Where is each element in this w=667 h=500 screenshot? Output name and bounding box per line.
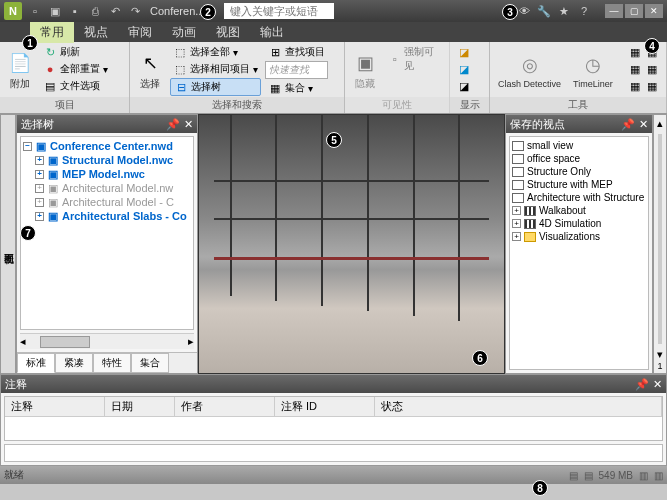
sets-button[interactable]: ▦集合▾ [265,80,328,96]
comment-input[interactable] [4,444,663,462]
close-icon[interactable]: ✕ [639,118,648,131]
undo-icon[interactable]: ↶ [108,4,122,18]
tab-standard[interactable]: 标准 [17,353,55,373]
col-comment[interactable]: 注释 [5,397,105,416]
open-icon[interactable]: ▣ [48,4,62,18]
select-button[interactable]: ↖ 选择 [134,44,166,97]
select-all-button[interactable]: ⬚选择全部▾ [170,44,261,60]
expander-icon[interactable]: − [23,142,32,151]
tab-compact[interactable]: 紧凑 [55,353,93,373]
col-author[interactable]: 作者 [175,397,275,416]
expander-icon[interactable]: + [512,232,521,241]
display-btn2[interactable]: ◪ [454,61,474,77]
col-date[interactable]: 日期 [105,397,175,416]
scroll-right-icon[interactable]: ▸ [188,335,194,348]
expander-icon[interactable]: + [512,219,521,228]
tab-output[interactable]: 输出 [250,22,294,43]
close-icon[interactable]: ✕ [653,378,662,391]
tab-view[interactable]: 视图 [206,22,250,43]
pin-icon[interactable]: 📌 [621,118,635,131]
selection-tree-header[interactable]: 选择树 📌 ✕ [17,115,197,133]
selection-tree-button[interactable]: ⊟选择树 [170,78,261,96]
viewpoint-item[interactable]: +4D Simulation [512,217,646,230]
comments-table[interactable]: 注释 日期 作者 注释 ID 状态 [4,396,663,441]
tab-sets[interactable]: 集合 [131,353,169,373]
tool-icon[interactable]: 🔧 [537,4,551,18]
viewpoint-item[interactable]: small view [512,139,646,152]
file-options-button[interactable]: ▤文件选项 [40,78,111,94]
tool-btn2[interactable]: ▦▦ [625,61,662,77]
tree-item[interactable]: +▣Architectural Slabs - Co [23,209,191,223]
slider-up-icon[interactable]: ▴ [657,117,663,130]
close-icon[interactable]: ✕ [184,118,193,131]
keyword-search-input[interactable] [224,3,334,19]
cursor-icon: ↖ [138,51,162,75]
status-icon[interactable]: ▤ [584,470,593,481]
display-btn1[interactable]: ◪ [454,44,474,60]
quick-find-input[interactable]: 快速查找 [265,61,328,79]
select-same-button[interactable]: ⬚选择相同项目▾ [170,61,261,77]
expander-icon[interactable]: + [512,206,521,215]
redo-icon[interactable]: ↷ [128,4,142,18]
tab-properties[interactable]: 特性 [93,353,131,373]
plan-view-tab[interactable]: 平面视图 [0,114,16,374]
slider-down-icon[interactable]: ▾ [657,348,663,361]
reset-all-button[interactable]: ●全部重置▾ [40,61,111,77]
saved-viewpoints-header[interactable]: 保存的视点 📌 ✕ [506,115,652,133]
viewpoint-item[interactable]: Structure Only [512,165,646,178]
comments-title: 注释 [5,377,27,392]
close-button[interactable]: ✕ [645,4,663,18]
viewpoint-item[interactable]: +Walkabout [512,204,646,217]
maximize-button[interactable]: ▢ [625,4,643,18]
timeliner-button[interactable]: ◷ TimeLiner [569,44,617,97]
clash-detective-button[interactable]: ◎ Clash Detective [494,44,565,97]
status-icon[interactable]: ▤ [569,470,578,481]
expander-icon[interactable]: + [35,198,44,207]
tab-animation[interactable]: 动画 [162,22,206,43]
binoculars-icon[interactable]: 👁 [517,4,531,18]
file-options-icon: ▤ [43,79,57,93]
slider-track[interactable] [658,134,662,344]
3d-viewport[interactable] [198,114,505,374]
viewpoint-item[interactable]: Architecture with Structure [512,191,646,204]
tree-item[interactable]: +▣Architectural Model - C [23,195,191,209]
expander-icon[interactable]: + [35,184,44,193]
tree-item[interactable]: +▣Structural Model.nwc [23,153,191,167]
viewpoints-list[interactable]: small view office space Structure Only S… [509,136,649,370]
expander-icon[interactable]: + [35,156,44,165]
append-button[interactable]: 📄 附加 [4,44,36,97]
refresh-icon: ↻ [43,45,57,59]
tab-viewpoint[interactable]: 视点 [74,22,118,43]
expander-icon[interactable]: + [35,170,44,179]
find-items-button[interactable]: ⊞查找项目 [265,44,328,60]
col-status[interactable]: 状态 [375,397,662,416]
tree-item[interactable]: +▣Architectural Model.nw [23,181,191,195]
pin-icon[interactable]: 📌 [635,378,649,391]
scroll-left-icon[interactable]: ◂ [20,335,26,348]
status-icon[interactable]: ▥ [639,470,648,481]
comments-header[interactable]: 注释 📌 ✕ [1,375,666,393]
tree-item[interactable]: +▣MEP Model.nwc [23,167,191,181]
status-icon[interactable]: ▥ [654,470,663,481]
viewpoint-item[interactable]: Structure with MEP [512,178,646,191]
tool-btn3[interactable]: ▦▦ [625,78,662,94]
col-comment-id[interactable]: 注释 ID [275,397,375,416]
app-icon[interactable]: N [4,2,22,20]
minimize-button[interactable]: — [605,4,623,18]
display-btn3[interactable]: ◪ [454,78,474,94]
new-icon[interactable]: ▫ [28,4,42,18]
tab-review[interactable]: 审阅 [118,22,162,43]
h-scrollbar[interactable]: ◂ ▸ [20,333,194,349]
tree-root[interactable]: −▣Conference Center.nwd [23,139,191,153]
selection-tree[interactable]: −▣Conference Center.nwd +▣Structural Mod… [20,136,194,330]
refresh-button[interactable]: ↻刷新 [40,44,111,60]
viewpoint-item[interactable]: office space [512,152,646,165]
print-icon[interactable]: ⎙ [88,4,102,18]
pin-icon[interactable]: 📌 [166,118,180,131]
star-icon[interactable]: ★ [557,4,571,18]
scroll-thumb[interactable] [40,336,90,348]
help-icon[interactable]: ? [577,4,591,18]
save-icon[interactable]: ▪ [68,4,82,18]
expander-icon[interactable]: + [35,212,44,221]
viewpoint-item[interactable]: +Visualizations [512,230,646,243]
